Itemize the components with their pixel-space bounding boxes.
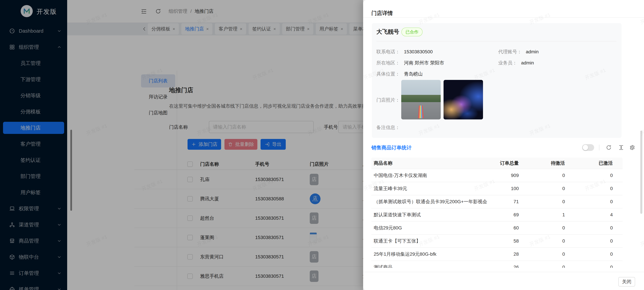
stats-cell-product: （抓单测试敢叹号）联通会员卡39元200G+一年影视会 bbox=[371, 199, 488, 205]
store-photo-road[interactable] bbox=[401, 80, 441, 119]
stats-cell-product: 测试商品 bbox=[371, 264, 488, 268]
controls-divider bbox=[599, 145, 599, 150]
stats-cell-product: 电信29元80G bbox=[371, 225, 488, 231]
field-photos-label: 门店照片： bbox=[376, 97, 404, 103]
stats-table-body: 中国电信-万木卡仅发湖南90900流量王峰卡39元10000（抓单测试敢叹号）联… bbox=[371, 169, 622, 268]
stats-cell-value: 0 bbox=[519, 186, 565, 191]
stats-cell-value: 0 bbox=[565, 251, 613, 257]
stats-row: 测试商品2600 bbox=[371, 260, 622, 268]
stats-cell-value: 0 bbox=[565, 186, 613, 191]
stats-cell-value: 0 bbox=[519, 251, 565, 257]
stats-column-header-已激活: 已激活 bbox=[565, 160, 613, 166]
settings-gear-icon[interactable] bbox=[629, 144, 635, 151]
stats-table: 商品名称订单总量待激活已激活 中国电信-万木卡仅发湖南90900流量王峰卡39元… bbox=[371, 158, 622, 268]
field-salesman: 业务员：admin bbox=[498, 60, 534, 66]
stats-cell-value: 909 bbox=[488, 173, 519, 178]
stats-cell-product: 默认渠道快速下单测试 bbox=[371, 212, 488, 218]
stats-row: 25年1月移动集运29元80G-bfk2800 bbox=[371, 247, 622, 260]
field-remark: 备注信息： bbox=[376, 124, 404, 131]
stats-cell-value: 58 bbox=[488, 238, 519, 244]
stats-cell-value: 0 bbox=[565, 199, 613, 204]
stats-row: （抓单测试敢叹号）联通会员卡39元200G+一年影视会7100 bbox=[371, 195, 622, 208]
field-region: 所在地区：河南 郑州市 荥阳市 bbox=[376, 60, 444, 66]
stats-cell-value: 4 bbox=[565, 212, 613, 217]
drawer-header-divider bbox=[363, 17, 644, 18]
stats-column-header-订单总量: 订单总量 bbox=[488, 160, 519, 166]
stats-table-header: 商品名称订单总量待激活已激活 bbox=[371, 158, 622, 169]
stats-cell-value: 60 bbox=[488, 225, 519, 231]
stats-cell-product: 25年1月移动集运29元80G-bfk bbox=[371, 251, 488, 257]
stats-cell-value: 0 bbox=[565, 173, 613, 178]
stats-cell-value: 0 bbox=[519, 199, 565, 204]
stats-column-header-商品名称: 商品名称 bbox=[371, 160, 488, 166]
stats-cell-value: 71 bbox=[488, 199, 519, 204]
column-height-icon[interactable] bbox=[618, 144, 624, 151]
stats-row: 电信29元80G6000 bbox=[371, 221, 622, 234]
drawer-title: 门店详情 bbox=[371, 10, 393, 17]
stats-cell-value: 0 bbox=[565, 238, 613, 244]
stats-cell-value: 69 bbox=[488, 212, 519, 217]
field-contact-phone: 联系电话：15303830500 bbox=[376, 49, 433, 55]
stats-cell-value: 0 bbox=[565, 225, 613, 231]
stats-cell-value: 26 bbox=[488, 265, 519, 268]
stats-cell-value: 28 bbox=[488, 251, 519, 257]
stats-section-title[interactable]: 销售商品订单统计 bbox=[371, 144, 412, 151]
stats-row: 中国电信-万木卡仅发湖南90900 bbox=[371, 169, 622, 182]
drawer-mask[interactable] bbox=[0, 0, 363, 290]
card-divider bbox=[376, 41, 616, 41]
stats-cell-value: 0 bbox=[565, 265, 613, 268]
stats-cell-product: 流量王峰卡39元 bbox=[371, 185, 488, 192]
stats-cell-value: 0 bbox=[519, 225, 565, 231]
field-location: 具体位置：青岛崂山 bbox=[376, 71, 423, 77]
stats-row: 联通王卡【可下五张】5800 bbox=[371, 234, 622, 247]
stats-column-header-待激活: 待激活 bbox=[519, 160, 565, 166]
field-agent-account: 代理账号：admin bbox=[498, 49, 538, 55]
stats-cell-value: 0 bbox=[519, 265, 565, 268]
store-photo-night[interactable] bbox=[444, 80, 483, 119]
drawer-scrollbar-thumb[interactable] bbox=[640, 130, 642, 214]
stats-cell-value: 0 bbox=[519, 173, 565, 178]
app-window: 开发版 Dashboard组织管理员工管理下游管理分销等级分佣模板地推门店客户管… bbox=[0, 0, 644, 290]
store-detail-drawer: 门店详情 大飞靓号 已合作 联系电话：15303830500 代理账号：admi… bbox=[363, 0, 644, 290]
stats-cell-value: 0 bbox=[519, 238, 565, 244]
stats-row: 流量王峰卡39元10000 bbox=[371, 182, 622, 195]
drawer-footer: 关闭 bbox=[363, 272, 644, 290]
stats-toggle-switch[interactable] bbox=[582, 144, 594, 151]
stats-cell-value: 1 bbox=[519, 212, 565, 217]
stats-cell-value: 100 bbox=[488, 186, 519, 191]
status-badge: 已合作 bbox=[402, 28, 422, 36]
store-name: 大飞靓号 bbox=[376, 28, 399, 36]
stats-row: 默认渠道快速下单测试6914 bbox=[371, 208, 622, 221]
refresh-icon[interactable] bbox=[606, 144, 612, 151]
stats-cell-product: 联通王卡【可下五张】 bbox=[371, 238, 488, 244]
stats-cell-product: 中国电信-万木卡仅发湖南 bbox=[371, 172, 488, 179]
close-button[interactable]: 关闭 bbox=[618, 277, 635, 286]
